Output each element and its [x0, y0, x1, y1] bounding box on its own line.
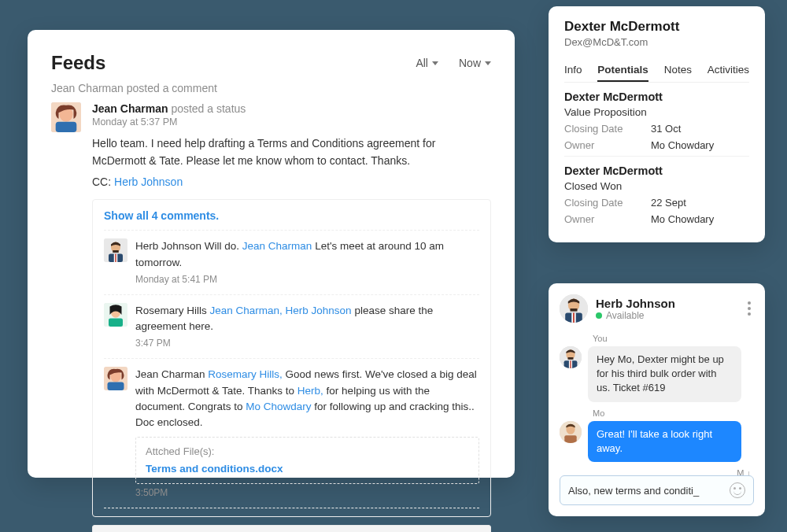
avatar[interactable]: [560, 346, 582, 368]
markdown-indicator[interactable]: M ↓: [560, 468, 751, 475]
contact-panel: Dexter McDermott Dex@McD&T.com Info Pote…: [549, 6, 765, 242]
owner-label: Owner: [564, 213, 651, 225]
comment: Rosemary Hills Jean Charman, Herb Johnso…: [104, 294, 479, 359]
status-text: Available: [606, 310, 644, 321]
mention[interactable]: Mo Chowdary: [246, 401, 311, 412]
avatar[interactable]: [104, 238, 127, 262]
show-all-comments-link[interactable]: Show all 4 comments.: [104, 208, 479, 230]
cc-label: CC:: [92, 175, 111, 188]
comment-input[interactable]: Write a comment: [92, 525, 491, 532]
comment-thread: Show all 4 comments. Herb Johnson Will d…: [92, 199, 491, 517]
avatar[interactable]: [560, 294, 588, 323]
post-time: Monday at 5:37 PM: [92, 116, 491, 127]
chat-message-outgoing: Great! I'll take a look right away.: [588, 421, 741, 462]
attachment-label: Attched File(s):: [146, 444, 469, 460]
potential-title: Dexter McDermott: [564, 91, 749, 103]
comment-time: 3:50PM: [135, 486, 479, 500]
comment-time: Monday at 5:41 PM: [135, 272, 479, 286]
tab-potentials[interactable]: Potentials: [597, 59, 648, 82]
potential-item[interactable]: Dexter McDermott Value Proposition Closi…: [564, 83, 749, 157]
owner-value: Mo Chowdary: [651, 213, 749, 225]
owner-label: Owner: [564, 139, 651, 151]
closing-date-label: Closing Date: [564, 197, 651, 209]
closing-date-value: 22 Sept: [651, 197, 749, 209]
chat-input-text: Also, new terms and conditi_: [568, 485, 723, 497]
feeds-filter-now[interactable]: Now: [459, 57, 491, 69]
chat-sender-label: Mo: [593, 408, 754, 418]
more-icon[interactable]: [748, 307, 751, 310]
emoji-icon[interactable]: [730, 482, 745, 498]
tab-notes[interactable]: Notes: [664, 59, 692, 82]
attachment-file-link[interactable]: Terms and conditions.docx: [146, 461, 469, 477]
avatar[interactable]: [51, 102, 81, 132]
mention[interactable]: Jean Charman, Herb Johnson: [210, 305, 352, 316]
cc-mention[interactable]: Herb Johnson: [114, 175, 183, 188]
closing-date-label: Closing Date: [564, 123, 651, 135]
tab-activities[interactable]: Activities: [708, 59, 749, 82]
comment-author[interactable]: Jean Charman: [135, 368, 205, 380]
comment-time: 3:47 PM: [135, 336, 479, 350]
potential-title: Dexter McDermott: [564, 164, 749, 177]
comment-author[interactable]: Herb Johnson: [135, 240, 201, 252]
comment: Jean Charman Rosemary Hills, Good news f…: [104, 358, 479, 508]
attachment-box: Attched File(s): Terms and conditions.do…: [135, 437, 479, 484]
feeds-panel: Feeds All Now Jean Charman posted a comm…: [28, 30, 515, 478]
avatar[interactable]: [104, 367, 127, 390]
feed-post: Jean Charman posted a status Monday at 5…: [51, 102, 491, 532]
mention[interactable]: Herb,: [297, 385, 323, 397]
chat-sender-label: You: [593, 334, 754, 343]
chat-input[interactable]: Also, new terms and conditi_: [560, 475, 754, 505]
chat-title: Herb Johnson: [596, 297, 740, 310]
chat-message-incoming: Hey Mo, Dexter might be up for his third…: [588, 346, 741, 402]
post-author[interactable]: Jean Charman: [92, 102, 168, 115]
post-message: Hello team. I need help drafting a Terms…: [92, 135, 491, 169]
contact-name: Dexter McDermott: [564, 19, 749, 35]
potential-stage: Closed Won: [564, 180, 749, 192]
contact-email[interactable]: Dex@McD&T.com: [564, 36, 749, 48]
feeds-filter-all[interactable]: All: [416, 57, 438, 69]
avatar[interactable]: [560, 421, 582, 443]
mention[interactable]: Rosemary Hills,: [208, 368, 283, 380]
chat-panel: Herb Johnson Available You Hey Mo, Dexte…: [549, 283, 765, 516]
feeds-subline: Jean Charman posted a comment: [51, 82, 491, 94]
caret-down-icon: [485, 61, 491, 65]
post-verb: posted a status: [171, 102, 246, 115]
status-dot-icon: [596, 312, 602, 319]
comment: Herb Johnson Will do. Jean Charman Let's…: [104, 230, 479, 294]
potential-stage: Value Proposition: [564, 106, 749, 118]
comment-author[interactable]: Rosemary Hills: [135, 305, 207, 316]
mention[interactable]: Jean Charman: [242, 240, 312, 252]
caret-down-icon: [432, 61, 438, 65]
feeds-title: Feeds: [51, 52, 105, 74]
closing-date-value: 31 Oct: [651, 123, 749, 135]
tab-info[interactable]: Info: [564, 59, 582, 82]
potential-item[interactable]: Dexter McDermott Closed Won Closing Date…: [564, 157, 749, 230]
owner-value: Mo Chowdary: [651, 139, 749, 151]
avatar[interactable]: [104, 303, 127, 327]
